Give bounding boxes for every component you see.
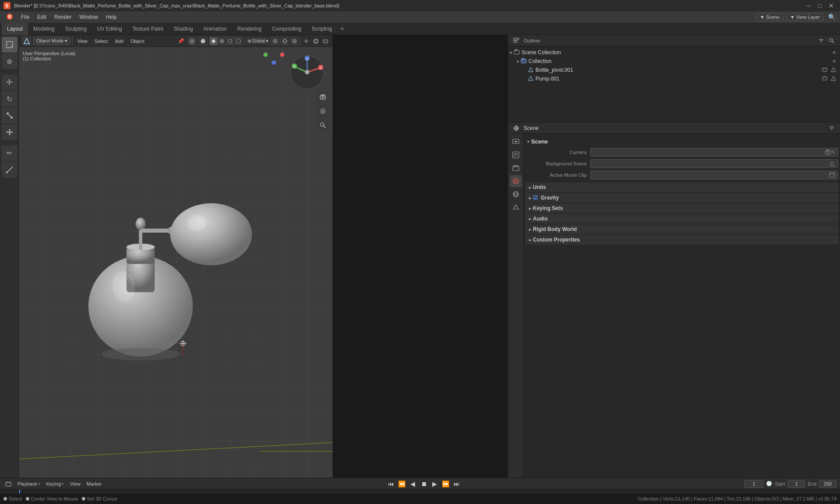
transform-pivot-dropdown[interactable]: [271, 37, 280, 46]
camera-value[interactable]: ✎: [590, 148, 838, 157]
start-frame-input[interactable]: 1: [788, 480, 805, 488]
wire-solid-btn[interactable]: [210, 37, 217, 45]
add-workspace-btn[interactable]: +: [337, 24, 347, 34]
annotate-tool[interactable]: ✏: [2, 145, 18, 161]
workspace-tab-layout[interactable]: Layout: [2, 23, 28, 35]
close-btn[interactable]: ✕: [826, 2, 836, 9]
select-status[interactable]: Select: [4, 496, 22, 501]
global-space-dropdown[interactable]: ⊕ Global ▾: [246, 38, 270, 44]
custom-properties-section-header[interactable]: ▸ Custom Properties: [525, 235, 838, 245]
cursor-tool[interactable]: ⊕: [2, 53, 18, 69]
tree-collection[interactable]: ▾ Collection 👁: [508, 57, 840, 66]
header-search-icon[interactable]: 🔍: [828, 14, 836, 21]
play-back-btn[interactable]: ◀: [408, 479, 418, 489]
viewport-mode-icon[interactable]: [22, 36, 32, 46]
workspace-tab-sculpting[interactable]: Sculpting: [60, 23, 92, 35]
movie-clip-picker-icon[interactable]: [829, 172, 835, 178]
scene-collection-vis-icon[interactable]: 👁: [832, 50, 836, 55]
jump-end-btn[interactable]: ⏭: [452, 479, 462, 489]
engine-dropdown[interactable]: ▼ Scene: [756, 13, 784, 21]
props-filter-btn[interactable]: [827, 123, 836, 133]
pump-render-icon[interactable]: [830, 75, 836, 82]
menu-window[interactable]: Window: [76, 13, 102, 21]
prop-view-layer-icon[interactable]: [510, 162, 522, 174]
rotate-tool[interactable]: ↻: [2, 91, 18, 107]
keying-dropdown[interactable]: Keying ▾: [45, 480, 66, 487]
main-viewport[interactable]: User Perspective (Local) (1) Collection: [19, 47, 332, 478]
active-movie-clip-value[interactable]: [590, 171, 838, 179]
menu-blender[interactable]: B: [3, 12, 17, 22]
collection-vis-icon[interactable]: 👁: [832, 59, 836, 64]
menu-file[interactable]: File: [18, 13, 33, 21]
scale-tool[interactable]: [2, 108, 18, 123]
axis-gizmo[interactable]: X Y Z: [289, 54, 326, 91]
workspace-tab-uv-editing[interactable]: UV Editing: [92, 23, 127, 35]
rigid-body-world-section-header[interactable]: ▸ Rigid Body World: [525, 224, 838, 234]
units-section-header[interactable]: ▸ Units: [525, 182, 838, 192]
render-preview-btn[interactable]: [226, 37, 234, 45]
timeline-view-dropdown[interactable]: View: [68, 480, 82, 487]
end-frame-input[interactable]: 250: [819, 480, 836, 488]
workspace-tab-shading[interactable]: Shading: [168, 23, 198, 35]
workspace-tab-animation[interactable]: Animation: [198, 23, 232, 35]
gravity-section-header[interactable]: ▸ ☑ Gravity: [525, 193, 838, 203]
move-tool[interactable]: ✛: [2, 74, 18, 90]
transform-tool[interactable]: [2, 124, 18, 140]
current-frame-input[interactable]: 1: [744, 480, 763, 488]
snap-toggle[interactable]: [280, 37, 289, 46]
proportional-editing[interactable]: [290, 37, 299, 46]
prop-world-icon[interactable]: [510, 188, 522, 200]
view-menu[interactable]: View: [74, 38, 90, 45]
workspace-tab-scripting[interactable]: Scripting: [306, 23, 337, 35]
keying-sets-section-header[interactable]: ▸ Keying Sets: [525, 203, 838, 213]
outliner-filter-btn[interactable]: [816, 36, 826, 46]
marker-dropdown[interactable]: Marker: [85, 480, 103, 487]
select-menu[interactable]: Select: [92, 38, 111, 45]
scene-expand-arrow[interactable]: ▾: [527, 139, 529, 144]
search-btn[interactable]: [317, 119, 329, 131]
center-view-status[interactable]: Center View to Mouse: [26, 496, 78, 501]
material-btn[interactable]: [218, 37, 226, 45]
rendered-btn[interactable]: [234, 37, 242, 45]
bottle-pivot-render-icon[interactable]: [830, 66, 836, 74]
audio-section-header[interactable]: ▸ Audio: [525, 214, 838, 224]
object-menu[interactable]: Object: [128, 38, 147, 45]
workspace-tab-compositing[interactable]: Compositing: [267, 23, 307, 35]
step-forward-btn[interactable]: ⏩: [441, 479, 451, 489]
outliner-editor-type-btn[interactable]: [511, 36, 521, 46]
tree-scene-collection[interactable]: ▾ Scene Collection 👁: [508, 48, 840, 57]
menu-edit[interactable]: Edit: [34, 13, 50, 21]
minimize-btn[interactable]: ─: [804, 2, 814, 9]
prop-object-icon[interactable]: [510, 201, 522, 214]
props-editor-type-btn[interactable]: [511, 123, 521, 133]
camera-picker-icon[interactable]: [825, 149, 831, 155]
object-mode-dropdown[interactable]: Object Mode ▾: [33, 37, 70, 45]
playback-dropdown[interactable]: Playback ▾: [16, 480, 42, 487]
measure-tool[interactable]: [2, 162, 18, 178]
menu-render[interactable]: Render: [51, 13, 75, 21]
show-gizmo-btn[interactable]: [302, 37, 311, 46]
add-menu[interactable]: Add: [112, 38, 126, 45]
camera-edit-icon[interactable]: ✎: [831, 149, 835, 155]
prop-scene-icon[interactable]: [510, 175, 522, 187]
workspace-tab-modeling[interactable]: Modeling: [28, 23, 60, 35]
jump-start-btn[interactable]: ⏮: [386, 479, 396, 489]
play-btn[interactable]: ▶: [430, 479, 440, 489]
prop-render-icon[interactable]: [510, 136, 522, 148]
viewport-pin-icon[interactable]: 📌: [176, 36, 186, 46]
pump-vis-icon[interactable]: [822, 75, 828, 82]
workspace-tab-texture-paint[interactable]: Texture Paint: [127, 23, 168, 35]
set-3d-cursor-status[interactable]: Set 3D Cursor: [82, 496, 118, 501]
gravity-checkbox[interactable]: ☑: [533, 195, 538, 201]
workspace-tab-rendering[interactable]: Rendering: [232, 23, 266, 35]
background-scene-picker-icon[interactable]: [829, 161, 835, 167]
camera-btn[interactable]: [317, 91, 329, 103]
light-btn[interactable]: [317, 105, 329, 117]
tree-pump[interactable]: ▸ Pump.001: [508, 74, 840, 83]
timeline-editor-type-btn[interactable]: [4, 479, 13, 489]
viewport-shading-toggle[interactable]: [198, 36, 208, 46]
menu-help[interactable]: Help: [102, 13, 120, 21]
step-back-btn[interactable]: ⏪: [397, 479, 407, 489]
stop-btn[interactable]: ⏹: [419, 479, 429, 489]
xray-toggle[interactable]: [321, 37, 330, 46]
